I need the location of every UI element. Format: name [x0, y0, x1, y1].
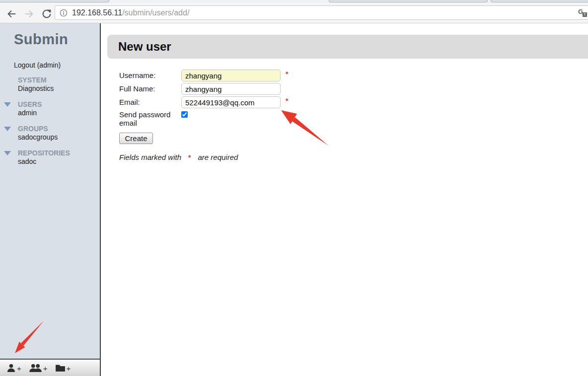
main-content: New user Username: * Full Name: Email: *… — [101, 23, 588, 376]
create-button[interactable]: Create — [119, 133, 153, 144]
sidebar-section-repositories: REPOSITORIES sadoc — [0, 149, 100, 166]
reload-button[interactable] — [40, 7, 53, 20]
required-fields-note: Fields marked with*are required — [119, 153, 588, 161]
username-label: Username: — [119, 70, 181, 81]
email-input[interactable] — [181, 96, 281, 108]
username-row: Username: * — [119, 70, 588, 81]
reload-icon — [41, 8, 52, 19]
browser-toolbar: 192.168.56.11/submin/users/add/ G 文 — [0, 2, 588, 23]
back-button[interactable] — [5, 7, 18, 20]
sidebar: Submin Logout (admin) SYSTEM Diagnostics… — [0, 23, 101, 359]
section-header-groups[interactable]: GROUPS — [18, 125, 100, 133]
chevron-down-icon[interactable] — [4, 102, 11, 107]
sidebar-section-system: SYSTEM Diagnostics — [0, 76, 100, 93]
forward-button[interactable] — [23, 7, 36, 20]
section-header-system: SYSTEM — [18, 76, 100, 84]
url-path: /submin/users/add/ — [122, 8, 189, 17]
chevron-down-icon[interactable] — [4, 127, 11, 131]
fullname-input[interactable] — [181, 83, 281, 95]
page-content: Submin Logout (admin) SYSTEM Diagnostics… — [0, 23, 588, 376]
app-logo: Submin — [14, 31, 100, 48]
forward-arrow-icon — [24, 8, 35, 19]
add-group-icon — [29, 364, 42, 372]
google-translate-icon[interactable]: G 文 — [578, 8, 587, 17]
new-user-form: Username: * Full Name: Email: * Send pas… — [119, 70, 588, 161]
back-arrow-icon — [6, 8, 17, 19]
logout-link[interactable]: Logout (admin) — [14, 61, 100, 69]
sidebar-bottom-toolbar: + + + — [0, 359, 101, 376]
email-label: Email: — [119, 96, 181, 108]
page-title-band: New user — [107, 35, 588, 59]
add-repository-button[interactable]: + — [55, 364, 71, 372]
add-user-icon — [6, 364, 16, 372]
url-host: 192.168.56.11 — [72, 8, 122, 17]
email-row: Email: * — [119, 96, 588, 108]
required-asterisk: * — [286, 96, 288, 108]
required-asterisk: * — [286, 70, 288, 81]
section-header-users[interactable]: USERS — [18, 100, 100, 109]
sidebar-item-sadocgroups[interactable]: sadocgroups — [18, 133, 100, 142]
chevron-down-icon[interactable] — [4, 151, 11, 155]
add-user-button[interactable]: + — [6, 364, 21, 372]
sidebar-item-sadoc[interactable]: sadoc — [18, 157, 100, 166]
section-header-repositories[interactable]: REPOSITORIES — [18, 149, 100, 157]
fullname-label: Full Name: — [119, 83, 181, 95]
address-bar[interactable]: 192.168.56.11/submin/users/add/ G 文 — [55, 5, 588, 20]
send-password-checkbox[interactable] — [181, 111, 188, 118]
fullname-row: Full Name: — [119, 83, 588, 95]
page-title: New user — [107, 40, 171, 54]
required-asterisk: * — [188, 153, 191, 161]
sidebar-section-users: USERS admin — [0, 100, 100, 117]
send-password-row: Send password email — [119, 110, 588, 127]
add-group-button[interactable]: + — [29, 364, 48, 372]
sidebar-section-groups: GROUPS sadocgroups — [0, 125, 100, 142]
add-repository-icon — [55, 364, 66, 372]
page-info-icon[interactable] — [60, 9, 68, 17]
sidebar-item-admin[interactable]: admin — [18, 109, 100, 117]
username-input[interactable] — [181, 70, 281, 81]
send-password-label: Send password email — [119, 110, 181, 127]
sidebar-item-diagnostics[interactable]: Diagnostics — [18, 84, 100, 93]
